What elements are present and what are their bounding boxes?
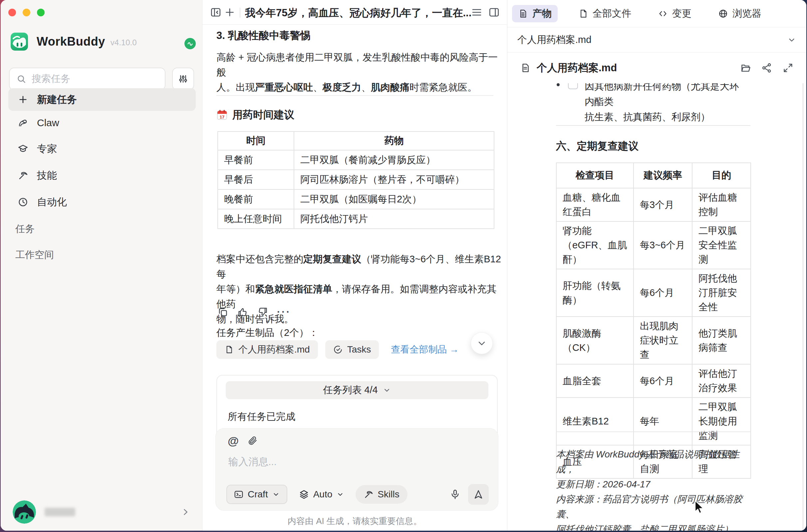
minimize-button[interactable]: [23, 9, 30, 16]
table-cell: 评估他汀治疗效果: [692, 364, 751, 398]
text-segment: 高龄 + 冠心病患者使用二甲双胍，发生乳酸性酸中毒的风险高于一般: [216, 52, 498, 78]
skills-button[interactable]: Skills: [356, 485, 407, 504]
more-icon[interactable]: ···: [277, 306, 291, 318]
code-icon: [658, 9, 668, 19]
search-icon: [16, 74, 26, 84]
ai-disclaimer: 内容由 AI 生成，请核实重要信息。: [203, 515, 507, 527]
artifact-chip-file[interactable]: 个人用药档案.md: [216, 340, 318, 359]
thumbs-down-icon[interactable]: [257, 306, 268, 318]
table-cell: 血糖、糖化血红蛋白: [556, 188, 634, 222]
graduation-cap-icon: [18, 144, 28, 154]
craft-label: Craft: [248, 489, 268, 500]
chevron-right-icon: [181, 507, 190, 517]
table-header-cell: 时间: [218, 132, 294, 150]
doc-footer-note: 本档案由 WorkBuddy 基于药品说明书数据生成， 更新日期：2026-04…: [556, 447, 756, 531]
mention-icon[interactable]: @: [228, 435, 239, 446]
app-version: v4.10.0: [111, 38, 137, 47]
view-all-artifacts-link[interactable]: 查看全部制品 →: [391, 343, 459, 356]
share-icon[interactable]: [761, 62, 772, 74]
tab-browser[interactable]: 浏览器: [712, 5, 767, 22]
cursor: [693, 500, 707, 515]
file-dropdown[interactable]: 个人用药档案.md: [507, 27, 806, 53]
tab-changes[interactable]: 变更: [652, 5, 697, 22]
message-actions: ···: [217, 306, 291, 318]
table-cell: 阿托伐他汀肝脏安全性: [692, 269, 751, 317]
tab-label: 浏览器: [732, 7, 762, 20]
tab-artifacts[interactable]: 产物: [512, 5, 558, 22]
message-heading: 3. 乳酸性酸中毒警惕: [216, 28, 310, 43]
message-paragraph: 高龄 + 冠心病患者使用二甲双胍，发生乳酸性酸中毒的风险高于一般人。出现严重恶心…: [216, 50, 503, 95]
composer-placeholder: 输入消息...: [228, 455, 277, 469]
table-row: 肌酸激酶（CK）出现肌肉症状时立查他汀类肌病筛查: [556, 317, 751, 364]
task-list-toggle[interactable]: 任务列表 4/4: [226, 381, 488, 399]
new-task-label: 新建任务: [37, 93, 77, 107]
schedule-heading-label: 用药时间建议: [232, 108, 294, 122]
skills-label: Skills: [378, 489, 399, 500]
panel-left-icon[interactable]: [210, 6, 222, 18]
folder-icon[interactable]: [740, 62, 751, 74]
scroll-to-bottom-button[interactable]: [471, 332, 493, 354]
message-composer[interactable]: @ 输入消息... Craft: [215, 428, 498, 511]
table-cell: 阿托伐他汀钙片: [294, 209, 494, 229]
sidebar-item-skills[interactable]: 技能: [8, 165, 196, 186]
app-window: WorkBuddy v4.10.0 搜索任务: [1, 0, 806, 531]
new-task-button[interactable]: 新建任务: [8, 88, 196, 111]
tab-label: 全部文件: [593, 7, 631, 20]
panel-right-icon[interactable]: [488, 6, 500, 18]
task-list-header: 任务列表 4/4: [323, 383, 378, 397]
user-profile-row[interactable]: [1, 493, 202, 531]
send-icon: [473, 489, 484, 500]
search-input[interactable]: 搜索任务: [9, 68, 166, 90]
checkbox-icon[interactable]: [568, 83, 578, 89]
window-controls: [8, 9, 45, 16]
text-segment: 严重恶心呕吐: [255, 82, 313, 93]
table-cell: 肝功能（转氨酶）: [556, 269, 634, 317]
clock-icon: [18, 197, 28, 207]
plus-icon: [18, 94, 28, 105]
sidebar-item-experts[interactable]: 专家: [8, 138, 196, 159]
text-segment: 紧急就医指征清单: [255, 284, 332, 294]
checklist-item-text: 因其他病新开任何药物（尤其是大环内酯类 抗生素、抗真菌药、利尿剂）: [557, 83, 743, 125]
zoom-button[interactable]: [37, 9, 45, 16]
pickaxe-icon: [364, 489, 373, 499]
close-button[interactable]: [8, 9, 16, 16]
medication-schedule-table: 时间药物早餐前二甲双胍（餐前减少胃肠反应）早餐后阿司匹林肠溶片（整片吞，不可嚼碎…: [217, 131, 494, 229]
table-cell: 肌酸激酶（CK）: [556, 317, 634, 364]
sidebar-item-label: 技能: [37, 169, 57, 183]
sidebar-section-tasks[interactable]: 任务: [15, 222, 35, 236]
auto-label: Auto: [313, 489, 332, 500]
new-chat-plus-icon[interactable]: [224, 6, 236, 18]
text-segment: 、: [361, 82, 371, 93]
chat-header: 我今年75岁，高血压、冠心病好几年了，一直在...: [203, 0, 507, 25]
divider: [240, 8, 241, 18]
scrollbar[interactable]: [802, 83, 804, 531]
auto-mode-button[interactable]: Auto: [299, 489, 345, 500]
link-status-icon[interactable]: [185, 38, 196, 49]
sidebar: WorkBuddy v4.10.0 搜索任务: [1, 0, 203, 531]
craft-mode-button[interactable]: Craft: [226, 485, 287, 504]
sidebar-item-claw[interactable]: Claw: [8, 112, 196, 133]
bullet-icon: [557, 83, 560, 86]
sidebar-section-workspace[interactable]: 工作空间: [15, 248, 54, 262]
thumbs-up-icon[interactable]: [237, 306, 248, 318]
table-cell: 每6个月: [634, 364, 692, 398]
mic-icon[interactable]: [449, 489, 461, 500]
send-button[interactable]: [468, 484, 489, 505]
document-header: 个人用药档案.md: [507, 53, 806, 83]
tab-all-files[interactable]: 全部文件: [572, 5, 637, 22]
sidebar-item-automation[interactable]: 自动化: [8, 191, 196, 213]
artifact-chip-tasks[interactable]: Tasks: [325, 340, 379, 359]
table-cell: 每年: [634, 398, 692, 445]
check-circle-icon: [333, 345, 343, 354]
divider: [216, 95, 493, 96]
filter-button[interactable]: [172, 68, 194, 90]
hamburger-icon[interactable]: [471, 6, 483, 18]
paperclip-icon[interactable]: [247, 435, 258, 446]
table-cell: 二甲双胍（如医嘱每日2次）: [294, 189, 494, 209]
expand-icon[interactable]: [782, 62, 794, 74]
app-logo-row: WorkBuddy v4.10.0: [11, 33, 137, 51]
chat-panel: 我今年75岁，高血压、冠心病好几年了，一直在... 3. 乳酸性酸中毒警惕 高龄…: [203, 0, 507, 531]
table-cell: 每3个月: [634, 188, 692, 222]
copy-icon[interactable]: [217, 306, 228, 318]
tab-label: 产物: [532, 7, 552, 20]
